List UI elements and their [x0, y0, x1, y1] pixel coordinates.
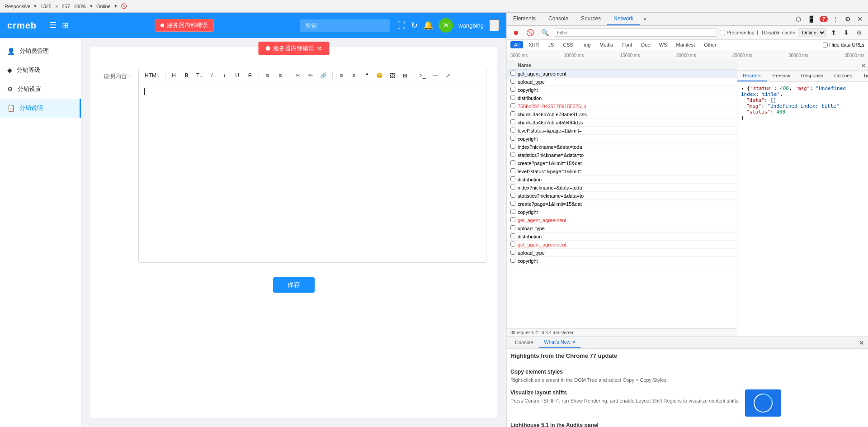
settings-cog[interactable]: ⚙ — [854, 28, 864, 38]
network-list[interactable]: get_agent_agreement upload_type copyrigh… — [507, 70, 737, 328]
row-check-13[interactable] — [510, 176, 515, 181]
detail-tab-headers[interactable]: Headers — [737, 71, 767, 81]
filter-tab-doc[interactable]: Doc — [637, 41, 654, 48]
network-row[interactable]: get_agent_agreement — [507, 241, 737, 249]
toolbar-bold[interactable]: B — [181, 71, 192, 80]
network-row[interactable]: 756bc202104251709155325.jp — [507, 102, 737, 110]
inspect-icon[interactable]: ⬡ — [794, 14, 803, 24]
toolbar-italic1[interactable]: I — [207, 71, 217, 80]
toolbar-code[interactable]: >_ — [417, 71, 428, 80]
row-check-5[interactable] — [510, 111, 515, 116]
export-btn[interactable]: ⬇ — [841, 28, 851, 38]
online-dropdown[interactable]: ▾ — [114, 3, 117, 9]
bottom-tab-whats-new[interactable]: What's New ✕ — [539, 337, 580, 348]
response-close-btn[interactable]: ✕ — [861, 62, 866, 69]
import-btn[interactable]: ⬆ — [829, 28, 839, 38]
network-row[interactable]: distribution — [507, 94, 737, 102]
disable-cache-checkbox[interactable] — [757, 30, 763, 35]
row-check-7[interactable] — [510, 128, 515, 133]
tab-more[interactable]: » — [640, 13, 650, 25]
network-row[interactable]: index?nickname=&data=toda — [507, 184, 737, 192]
row-check-18[interactable] — [510, 217, 515, 222]
zoom-dropdown[interactable]: ▾ — [90, 3, 93, 9]
network-row[interactable]: create?page=1&limit=15&dat — [507, 200, 737, 208]
row-check-3[interactable] — [510, 95, 515, 100]
network-row[interactable]: statistics?nickname=&data=to — [507, 192, 737, 200]
network-row[interactable]: copyright — [507, 86, 737, 94]
tab-sources[interactable]: Sources — [575, 13, 607, 25]
toolbar-emoji[interactable]: 😊 — [374, 71, 385, 80]
detail-tab-cookies[interactable]: Cookies — [829, 71, 858, 81]
bottom-close-btn[interactable]: ✕ — [859, 339, 864, 346]
filter-tab-font[interactable]: Font — [618, 41, 636, 48]
more-vert-icon[interactable]: ⋮ — [830, 14, 840, 24]
network-row[interactable]: chunk-3a46d7cb.e78abe91.css — [507, 110, 737, 119]
hide-data-urls-checkbox[interactable] — [823, 43, 828, 47]
fullscreen-icon[interactable]: ⛶ — [397, 21, 406, 30]
throttle-select[interactable]: Online — [798, 28, 826, 37]
filter-tab-js[interactable]: JS — [544, 41, 557, 48]
settings-icon[interactable]: ⚙ — [843, 14, 853, 24]
sidebar-item-distributor-settings[interactable]: ⚙ 分销设置 — [0, 80, 81, 99]
toolbar-strike[interactable]: S — [245, 71, 255, 80]
toolbar-hr[interactable]: — — [430, 71, 441, 80]
filter-tab-css[interactable]: CSS — [559, 41, 577, 48]
row-check-9[interactable] — [510, 144, 515, 149]
filter-tab-other[interactable]: Other — [700, 41, 720, 48]
record-btn[interactable]: ⏺ — [510, 28, 521, 38]
network-row[interactable]: copyright — [507, 208, 737, 216]
network-row[interactable]: distribution — [507, 232, 737, 241]
network-row[interactable]: create?page=1&limit=15&dat — [507, 159, 737, 167]
filter-tab-ws[interactable]: WS — [656, 41, 671, 48]
search-input[interactable] — [300, 19, 390, 32]
sidebar-item-distributor-desc[interactable]: 📋 分销说明 — [0, 99, 81, 118]
toolbar-html[interactable]: HTML — [142, 71, 162, 80]
filter-input[interactable] — [554, 28, 717, 37]
toolbar-cut[interactable]: ✂ — [292, 71, 303, 80]
network-row[interactable]: chunk-3a46d7cb.a459494d.js — [507, 119, 737, 127]
toolbar-tl[interactable]: T↓ — [194, 71, 205, 80]
toolbar-quote[interactable]: ❝ — [361, 71, 372, 80]
row-check-20[interactable] — [510, 233, 515, 238]
network-row[interactable]: statistics?nickname=&data=to — [507, 151, 737, 159]
toolbar-list2[interactable]: ≡ — [275, 71, 286, 80]
row-check-17[interactable] — [510, 209, 515, 214]
row-check-23[interactable] — [510, 258, 515, 263]
zoom-value[interactable]: 100% — [74, 4, 86, 9]
tab-console[interactable]: Console — [542, 13, 575, 25]
refresh-icon[interactable]: ↻ — [411, 20, 418, 30]
more-btn[interactable]: ⋮ — [489, 19, 499, 31]
filter-tab-img[interactable]: Img — [579, 41, 594, 48]
network-row[interactable]: get_agent_agreement — [507, 216, 737, 224]
toolbar-h[interactable]: H — [169, 71, 179, 80]
menu-icon[interactable]: ☰ — [49, 20, 57, 30]
search-btn[interactable]: 🔍 — [539, 28, 551, 38]
sidebar-item-distributor-level[interactable]: ◆ 分销等级 — [0, 61, 81, 80]
row-check-16[interactable] — [510, 201, 515, 206]
toolbar-list1[interactable]: ≡ — [262, 71, 273, 80]
row-check-19[interactable] — [510, 225, 515, 230]
tab-elements[interactable]: Elements — [507, 13, 542, 25]
row-check-6[interactable] — [510, 119, 515, 124]
clear-btn[interactable]: 🚫 — [524, 28, 536, 38]
close-icon[interactable]: ✕ — [855, 14, 864, 24]
more-options[interactable]: ⋮ — [859, 3, 863, 9]
network-row[interactable]: upload_type — [507, 224, 737, 232]
filter-tab-media[interactable]: Media — [596, 41, 617, 48]
network-row[interactable]: copyright — [507, 257, 737, 265]
sidebar-item-distributor-mgmt[interactable]: 👤 分销员管理 — [0, 42, 81, 61]
network-row[interactable]: level?status=&page=1&limit= — [507, 167, 737, 176]
row-check-1[interactable] — [510, 79, 515, 84]
filter-tab-all[interactable]: All — [510, 41, 523, 48]
filter-tab-manifest[interactable]: Manifest — [673, 41, 699, 48]
toolbar-underline[interactable]: U — [232, 71, 243, 80]
error-close-btn[interactable]: ✕ — [317, 45, 322, 52]
tab-network[interactable]: Network — [607, 13, 640, 25]
row-check-22[interactable] — [510, 250, 515, 255]
toolbar-fullscreen[interactable]: ⤢ — [443, 71, 453, 80]
row-check-11[interactable] — [510, 160, 515, 165]
toolbar-link[interactable]: 🔗 — [318, 71, 329, 80]
detail-tab-preview[interactable]: Preview — [767, 71, 796, 81]
toolbar-italic2[interactable]: I — [219, 71, 230, 80]
preserve-log-checkbox[interactable] — [720, 30, 725, 35]
